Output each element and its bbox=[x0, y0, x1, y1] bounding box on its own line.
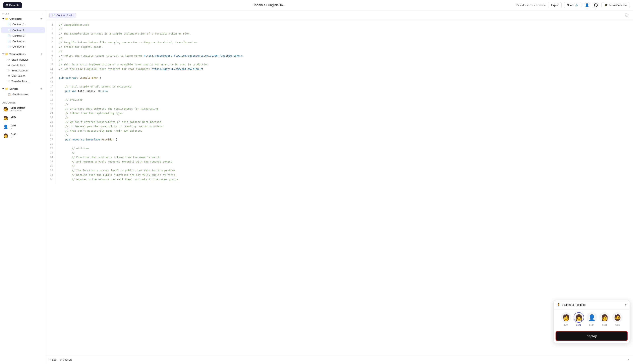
export-button[interactable]: Export bbox=[548, 2, 562, 8]
tab-file-icon: 📄 bbox=[52, 14, 55, 17]
deploy-panel: 🧍 1 Signers Selected ▾ 🧑 0x01 👧 0x02 bbox=[554, 300, 630, 343]
file-icon: 📄 bbox=[8, 29, 11, 32]
signer-0x02[interactable]: 👧 0x02 bbox=[574, 312, 584, 326]
tx-icon: ⇄ bbox=[8, 80, 10, 83]
avatar-0x01: 🧑 bbox=[2, 106, 9, 112]
graduation-icon: 🎓 bbox=[604, 4, 608, 6]
log-label: Log bbox=[52, 358, 56, 361]
contract-4-item[interactable]: 📄 Contract 4 bbox=[1, 39, 45, 44]
tab-bar: 📄 Contract 2.cdc bbox=[46, 10, 633, 20]
tx-icon: ⇄ bbox=[8, 74, 10, 78]
log-tab[interactable]: ≡ Log bbox=[49, 358, 56, 361]
github-icon[interactable] bbox=[593, 2, 599, 8]
file-icon: 📄 bbox=[8, 40, 11, 43]
avatar-0x03: 👤 bbox=[2, 124, 9, 130]
contract-5-item[interactable]: 📄 Contract 5 bbox=[1, 44, 45, 49]
errors-label: 0 Errors bbox=[63, 358, 72, 361]
code-editor: 12345 678910 1112131415 1617181920 21222… bbox=[46, 20, 633, 184]
signer-0x03[interactable]: 👤 0x03 bbox=[586, 312, 597, 326]
accounts-section-header: ACCOUNTS bbox=[0, 100, 46, 105]
add-script-button[interactable]: + bbox=[39, 86, 44, 91]
file-icon: 📄 bbox=[8, 23, 11, 26]
projects-label: Projects bbox=[9, 4, 20, 7]
basic-transfer-item[interactable]: ⇄ Basic Transfer bbox=[1, 57, 45, 62]
folder-icon: 📁 bbox=[5, 87, 8, 90]
bottom-bar: ≡ Log ⊗ 0 Errors ∧ bbox=[46, 355, 633, 364]
signer-avatar-0x01: 🧑 bbox=[561, 312, 571, 323]
signers-row: 🧑 0x01 👧 0x02 👤 0x03 👩 0x04 bbox=[554, 310, 630, 329]
contracts-folder-toggle[interactable]: ▾ 📁 Contracts bbox=[2, 17, 22, 20]
contracts-folder: ▾ 📁 Contracts + bbox=[0, 16, 46, 22]
contract-2-item[interactable]: 📄 Contract 2 ··· bbox=[1, 27, 45, 33]
contract-3-item[interactable]: 📄 Contract 3 bbox=[1, 33, 45, 38]
grid-icon: ⊞ bbox=[6, 4, 8, 7]
deploy-btn-wrap: Deploy bbox=[554, 329, 630, 343]
file-icon: 📄 bbox=[8, 45, 11, 48]
signer-0x05[interactable]: 🧔 0x05 bbox=[612, 312, 622, 326]
topbar-left: ⊞ Projects bbox=[3, 2, 22, 8]
chevron-down-icon: ▾ bbox=[2, 17, 4, 20]
collapse-bottom-icon[interactable]: ∧ bbox=[627, 358, 630, 362]
tab-label: Contract 2.cdc bbox=[56, 14, 73, 17]
share-label: Share bbox=[567, 4, 574, 6]
add-transaction-button[interactable]: + bbox=[39, 52, 44, 56]
avatar-icon[interactable]: 👤 bbox=[584, 2, 590, 8]
tx-icon: ⇄ bbox=[8, 58, 10, 61]
get-balances-item[interactable]: 📋 Get Balances bbox=[1, 92, 45, 97]
deploy-label: Deploy bbox=[586, 334, 597, 338]
setup-account-item[interactable]: ⇄ Setup Account bbox=[1, 68, 45, 73]
collapse-sidebar-icon[interactable]: ‹ bbox=[43, 12, 44, 15]
signer-icon: 🧍 bbox=[557, 303, 560, 306]
signer-0x01[interactable]: 🧑 0x01 bbox=[561, 312, 571, 326]
active-tab[interactable]: 📄 Contract 2.cdc bbox=[49, 13, 76, 18]
sidebar: FILES ‹ ▾ 📁 Contracts + 📄 Contract 1 📄 C… bbox=[0, 10, 46, 364]
files-section-header: FILES ‹ bbox=[0, 10, 46, 16]
signers-header: 🧍 1 Signers Selected ▾ bbox=[554, 300, 630, 310]
project-title: Cadence Fungible To... bbox=[253, 4, 286, 7]
chevron-down-icon: ▾ bbox=[2, 52, 4, 56]
code-area: 📄 Contract 2.cdc 12345 678910 1112131415… bbox=[46, 10, 633, 364]
projects-button[interactable]: ⊞ Projects bbox=[3, 2, 22, 8]
account-0x04[interactable]: 👩 0x04 -- bbox=[0, 131, 46, 140]
avatar-0x04: 👩 bbox=[2, 132, 9, 139]
signer-avatar-0x02: 👧 bbox=[574, 312, 584, 323]
accounts-label: ACCOUNTS bbox=[2, 102, 16, 104]
errors-tab[interactable]: ⊗ 0 Errors bbox=[60, 358, 72, 361]
signers-selected-label: 1 Signers Selected bbox=[562, 303, 586, 306]
file-icon: 📄 bbox=[8, 34, 11, 37]
folder-icon: 📁 bbox=[5, 52, 8, 56]
learn-cadence-button[interactable]: 🎓 Learn Cadence bbox=[602, 2, 630, 8]
signer-avatar-0x03: 👤 bbox=[586, 312, 597, 323]
create-link-item[interactable]: ⇄ Create Link bbox=[1, 62, 45, 68]
add-contract-button[interactable]: + bbox=[39, 16, 44, 21]
account-0x02[interactable]: 👧 0x02 -- bbox=[0, 114, 46, 122]
signer-0x04[interactable]: 👩 0x04 bbox=[599, 312, 610, 326]
code-wrapper[interactable]: 12345 678910 1112131415 1617181920 21222… bbox=[46, 20, 633, 355]
copy-button[interactable] bbox=[623, 12, 630, 18]
svg-rect-0 bbox=[626, 15, 628, 17]
account-0x01[interactable]: 🧑 0x01-Default BasicToken bbox=[0, 105, 46, 114]
share-button[interactable]: Share 🔗 bbox=[564, 2, 582, 8]
scripts-folder: ▾ 📁 Scripts + bbox=[0, 86, 46, 92]
contract-1-item[interactable]: 📄 Contract 1 bbox=[1, 22, 45, 27]
mint-tokens-item[interactable]: ⇄ Mint Tokens bbox=[1, 74, 45, 78]
list-icon: ≡ bbox=[49, 358, 51, 361]
signer-avatar-0x05: 🧔 bbox=[612, 312, 622, 323]
topbar-right: Saved less than a minute Export Share 🔗 … bbox=[516, 2, 630, 8]
save-status: Saved less than a minute bbox=[516, 4, 546, 6]
chevron-down-icon[interactable]: ▾ bbox=[625, 303, 626, 306]
topbar: ⊞ Projects Cadence Fungible To... Saved … bbox=[0, 0, 633, 10]
code-content[interactable]: // ExampleToken.cdc // // The ExampleTok… bbox=[56, 20, 633, 184]
more-options-icon[interactable]: ··· bbox=[40, 28, 42, 32]
tx-icon: ⇄ bbox=[8, 69, 10, 72]
chevron-down-icon: ▾ bbox=[2, 87, 4, 90]
transactions-folder-toggle[interactable]: ▾ 📁 Transactions bbox=[2, 52, 26, 56]
deploy-button[interactable]: Deploy bbox=[556, 332, 627, 340]
scripts-folder-toggle[interactable]: ▾ 📁 Scripts bbox=[2, 87, 18, 90]
scripts-folder-label: Scripts bbox=[10, 87, 18, 90]
account-0x03[interactable]: 👤 0x03 -- bbox=[0, 122, 46, 131]
tx-icon: ⇄ bbox=[8, 64, 10, 66]
line-numbers: 12345 678910 1112131415 1617181920 21222… bbox=[46, 20, 56, 184]
script-icon: 📋 bbox=[8, 93, 11, 96]
transfer-tokens-item[interactable]: ⇄ Transfer Toke… bbox=[1, 79, 45, 84]
